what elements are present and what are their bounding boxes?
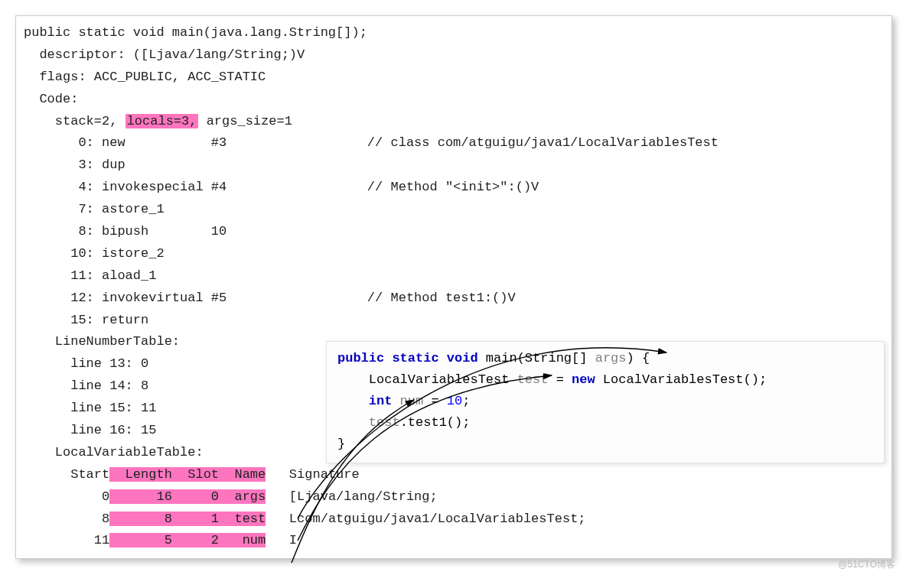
src-10: 10 (447, 394, 462, 408)
lvt-pre: 0 (24, 489, 109, 504)
args-suffix: args_size=1 (198, 114, 292, 128)
src-line-1: public static void main(String[] args) { (337, 348, 873, 369)
stack-prefix: stack=2, (24, 114, 125, 128)
lvt-pink: 16 0 args (109, 489, 266, 504)
lvt-post: I (266, 533, 297, 547)
lvt-pink: 8 1 test (109, 512, 266, 526)
src-line-5: } (337, 434, 873, 455)
src-l2b: LocalVariablesTest(); (595, 372, 767, 387)
instruction-line: 4: invokespecial #4 // Method "<init>":(… (24, 177, 888, 199)
instruction-line: 15: return (24, 310, 888, 332)
lvt-pre: 8 (24, 512, 109, 526)
instruction-line: 0: new #3 // class com/atguigu/java1/Loc… (24, 132, 888, 154)
lvt-header-pre: Start (24, 467, 109, 482)
lvt-rows: 0 16 0 args [Ljava/lang/String; 8 8 1 te… (24, 486, 888, 553)
kw-new: new (572, 372, 595, 387)
src-semi: ; (462, 394, 470, 408)
descriptor-line: descriptor: ([Ljava/lang/String;)V (24, 44, 888, 67)
instruction-block: 0: new #3 // class com/atguigu/java1/Loc… (24, 132, 888, 331)
code-label: Code: (24, 89, 888, 111)
locals-highlight: locals=3, (125, 114, 199, 128)
instruction-line: 8: bipush 10 (24, 221, 888, 243)
src-line-2: LocalVariablesTest test = new LocalVaria… (337, 369, 873, 391)
lvt-pink: 5 2 num (109, 533, 266, 547)
bytecode-panel: public static void main(java.lang.String… (15, 15, 892, 559)
kw-int: int (369, 394, 393, 408)
lvt-post: Lcom/atguigu/java1/LocalVariablesTest; (266, 512, 585, 526)
lvt-pre: 11 (24, 533, 109, 547)
src-eq2: = (423, 394, 447, 408)
instruction-line: 7: astore_1 (24, 199, 888, 221)
src-test2: test (369, 415, 400, 430)
instruction-line: 12: invokevirtual #5 // Method test1:()V (24, 288, 888, 310)
src-l4b: .test1(); (400, 415, 471, 430)
src-eq1: = (548, 372, 572, 387)
stack-line: stack=2, locals=3, args_size=1 (24, 111, 888, 133)
src-num: num (392, 394, 423, 408)
src-main: main(String[] (478, 351, 595, 365)
lvt-header-post: Signature (266, 467, 359, 482)
source-inset: public static void main(String[] args) {… (326, 341, 885, 463)
src-line-4: test.test1(); (337, 412, 873, 434)
kw-static: static (392, 351, 438, 365)
src-args: args (595, 351, 627, 365)
src-l2a: LocalVariablesTest (337, 372, 517, 387)
lvt-row: 11 5 2 num I (24, 530, 888, 552)
method-signature: public static void main(java.lang.String… (24, 22, 888, 44)
src-close: ) { (627, 351, 650, 365)
lvt-row: 8 8 1 test Lcom/atguigu/java1/LocalVaria… (24, 508, 888, 531)
src-l4a (337, 415, 369, 430)
lvt-header-pink: Length Slot Name (109, 467, 266, 482)
kw-void: void (447, 351, 478, 365)
kw-public: public (337, 351, 384, 365)
watermark: @51CTO博客 (838, 558, 895, 571)
instruction-line: 10: istore_2 (24, 243, 888, 265)
lvt-row: 0 16 0 args [Ljava/lang/String; (24, 486, 888, 508)
instruction-line: 11: aload_1 (24, 265, 888, 288)
instruction-line: 3: dup (24, 154, 888, 177)
src-test-var: test (517, 372, 549, 387)
lvt-header: Start Length Slot Name Signature (24, 464, 888, 486)
lvt-post: [Ljava/lang/String; (266, 489, 437, 504)
flags-line: flags: ACC_PUBLIC, ACC_STATIC (24, 67, 888, 89)
src-line-3: int num = 10; (337, 391, 873, 412)
